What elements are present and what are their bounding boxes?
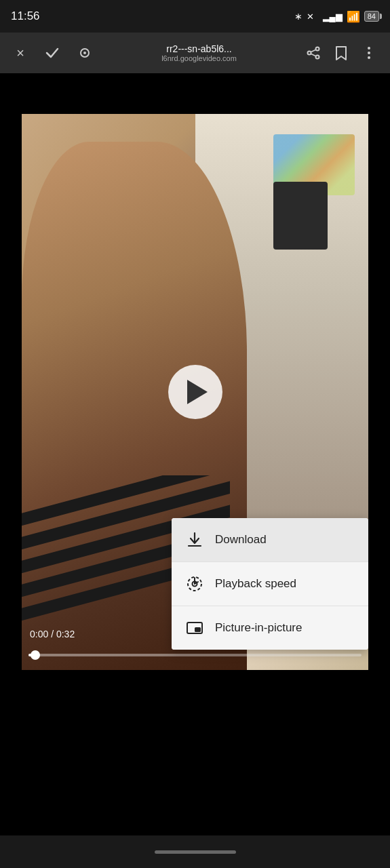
url-title: rr2---sn-ab5l6... bbox=[166, 43, 231, 54]
bookmark-button[interactable] bbox=[329, 40, 353, 66]
svg-line-6 bbox=[311, 50, 315, 52]
svg-point-8 bbox=[368, 47, 370, 50]
download-icon bbox=[185, 530, 204, 549]
status-icons: ∗ ✕ ▂▄▆ 📶 84 bbox=[294, 10, 379, 23]
toolbar-actions bbox=[300, 40, 382, 66]
seek-bar-thumb[interactable] bbox=[31, 650, 40, 660]
svg-point-3 bbox=[316, 47, 319, 51]
nav-pill bbox=[155, 850, 236, 854]
download-label: Download bbox=[215, 533, 267, 547]
monitor-decoration bbox=[273, 182, 328, 250]
status-bar: 11:56 ∗ ✕ ▂▄▆ 📶 84 bbox=[0, 0, 390, 33]
svg-rect-17 bbox=[195, 627, 201, 632]
playback-speed-icon bbox=[185, 574, 204, 593]
svg-point-10 bbox=[368, 56, 370, 59]
svg-point-2 bbox=[83, 52, 86, 54]
playback-speed-label: Playback speed bbox=[215, 577, 296, 591]
wifi-icon: 📶 bbox=[347, 10, 360, 23]
check-button[interactable] bbox=[39, 40, 65, 66]
pip-icon bbox=[185, 618, 204, 637]
svg-line-7 bbox=[311, 54, 315, 56]
seek-bar[interactable] bbox=[28, 654, 362, 656]
nav-bar bbox=[0, 835, 390, 868]
svg-point-4 bbox=[308, 52, 311, 55]
pip-label: Picture-in-picture bbox=[215, 621, 303, 635]
video-container[interactable]: Loc... 0:00 / 0:32 Download bbox=[22, 114, 368, 670]
svg-point-5 bbox=[316, 56, 319, 59]
mute-icon: ✕ bbox=[307, 11, 319, 22]
play-icon bbox=[187, 380, 208, 404]
url-bar[interactable]: rr2---sn-ab5l6... l6nrd.googlevideo.com bbox=[104, 43, 294, 62]
tabs-button[interactable] bbox=[72, 40, 98, 66]
status-time: 11:56 bbox=[11, 9, 40, 23]
url-domain: l6nrd.googlevideo.com bbox=[161, 54, 237, 62]
svg-text:✕: ✕ bbox=[307, 12, 314, 22]
share-button[interactable] bbox=[300, 40, 326, 66]
bluetooth-icon: ∗ bbox=[294, 11, 303, 22]
browser-toolbar: × rr2---sn-ab5l6... l6nrd.googlevideo.co… bbox=[0, 33, 390, 73]
svg-point-9 bbox=[368, 52, 370, 54]
below-video-space bbox=[0, 670, 390, 835]
menu-item-download[interactable]: Download bbox=[172, 518, 368, 562]
time-display: 0:00 / 0:32 bbox=[30, 629, 75, 639]
cell-signal-icon: ▂▄▆ bbox=[323, 12, 343, 22]
seek-bar-progress bbox=[28, 654, 35, 656]
context-menu: Download Playback speed Pict bbox=[172, 518, 368, 650]
close-button[interactable]: × bbox=[8, 40, 33, 66]
play-button[interactable] bbox=[168, 365, 222, 419]
battery-icon: 84 bbox=[364, 11, 379, 22]
above-video-space bbox=[0, 73, 390, 114]
menu-item-pip[interactable]: Picture-in-picture bbox=[172, 606, 368, 650]
menu-item-playback-speed[interactable]: Playback speed bbox=[172, 562, 368, 606]
more-button[interactable] bbox=[356, 40, 382, 66]
